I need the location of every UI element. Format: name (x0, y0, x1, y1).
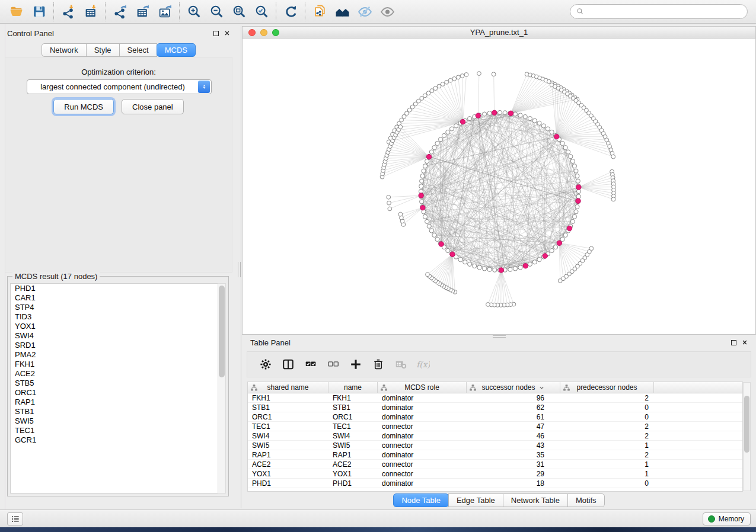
column-header-predecessor-nodes[interactable]: predecessor nodes (560, 382, 654, 393)
table-row[interactable]: FKH1FKH1dominator962 (248, 393, 742, 403)
mcds-result-item[interactable]: PMA2 (11, 350, 218, 360)
mcds-result-list[interactable]: PHD1CAR1STP4TID3YOX1SWI4SRD1PMA2FKH1ACE2… (10, 283, 218, 493)
table-tab-motifs[interactable]: Motifs (567, 493, 605, 507)
column-namespace-tree-icon (250, 384, 258, 392)
close-table-panel-icon[interactable] (742, 339, 748, 345)
search-input[interactable] (588, 7, 742, 16)
refresh-button[interactable] (279, 2, 302, 21)
table-panel-header: Table Panel (242, 336, 756, 348)
zoom-fit-button[interactable] (228, 2, 250, 21)
tab-style[interactable]: Style (86, 43, 120, 57)
save-session-button[interactable] (28, 2, 50, 21)
zoom-out-button[interactable] (205, 2, 228, 21)
status-bar: Memory (0, 509, 756, 527)
open-file-icon (9, 4, 24, 19)
mcds-result-item[interactable]: STB5 (11, 379, 218, 388)
open-file-button[interactable] (5, 2, 28, 21)
hide-selected-button[interactable] (353, 2, 376, 21)
mcds-result-item[interactable]: STB1 (11, 407, 218, 416)
table-cell: connector (378, 460, 467, 469)
mcds-result-item[interactable]: YOX1 (11, 322, 218, 331)
first-neighbors-houses-button[interactable] (331, 2, 353, 21)
export-table-icon (135, 4, 150, 19)
add-column-button[interactable] (344, 354, 367, 374)
table-cell: dominator (378, 479, 467, 488)
mcds-result-item[interactable]: STP4 (11, 303, 218, 312)
tab-mcds[interactable]: MCDS (157, 43, 196, 57)
mcds-result-item[interactable]: CAR1 (11, 293, 218, 303)
mcds-result-item[interactable]: GCR1 (11, 435, 218, 445)
memory-status-icon (708, 515, 715, 523)
memory-button[interactable]: Memory (703, 512, 751, 525)
network-canvas[interactable] (243, 39, 755, 334)
table-cell: 18 (467, 479, 560, 488)
optimization-criterion-select[interactable]: largest connected component (undirected) (27, 79, 212, 94)
select-all-rows-button[interactable] (299, 354, 322, 374)
column-header-shared-name[interactable]: shared name (248, 382, 328, 393)
delete-column-button[interactable] (367, 354, 390, 374)
network-title-bar[interactable]: YPA_prune.txt_1 (243, 27, 755, 39)
vertical-splitter[interactable] (237, 26, 242, 508)
column-header-successor-nodes[interactable]: successor nodes (467, 382, 560, 393)
table-mode-gear-button[interactable] (254, 354, 277, 374)
zoom-selected-button[interactable] (250, 2, 273, 21)
mcds-result-item[interactable]: FKH1 (11, 360, 218, 369)
table-row[interactable]: STB1STB1dominator620 (248, 403, 742, 412)
table-row[interactable]: SWI5SWI5connector431 (248, 441, 742, 450)
export-image-button[interactable] (154, 2, 176, 21)
export-table-button[interactable] (131, 2, 154, 21)
table-cell: 31 (467, 460, 560, 469)
share-document-button[interactable] (308, 2, 331, 21)
show-all-button[interactable] (376, 2, 398, 21)
mcds-result-item[interactable]: SWI4 (11, 331, 218, 341)
table-tab-node-table[interactable]: Node Table (393, 493, 449, 507)
mcds-list-scrollbar[interactable] (218, 283, 226, 493)
close-panel-icon[interactable] (224, 30, 230, 36)
float-panel-icon[interactable] (213, 31, 219, 36)
mcds-result-item[interactable]: PHD1 (11, 284, 218, 293)
control-panel-header: Control Panel (0, 26, 237, 40)
mcds-result-item[interactable]: SRD1 (11, 341, 218, 350)
zoom-in-button[interactable] (183, 2, 205, 21)
toolbar-group (179, 2, 276, 21)
node-table-scrollbar[interactable] (743, 382, 751, 491)
table-row[interactable]: ORC1ORC1dominator610 (248, 412, 742, 422)
deselect-all-rows-button[interactable] (322, 354, 344, 374)
table-row[interactable]: PHD1PHD1dominator180 (248, 479, 742, 488)
mcds-result-item[interactable]: ACE2 (11, 369, 218, 379)
import-table-button[interactable] (79, 2, 102, 21)
tab-network[interactable]: Network (42, 43, 87, 57)
table-cell: 35 (467, 450, 560, 459)
table-cell: STB1 (248, 403, 328, 412)
table-tab-network-table[interactable]: Network Table (503, 493, 568, 507)
first-neighbors-houses-icon (335, 4, 350, 19)
table-row[interactable]: YOX1YOX1connector291 (248, 469, 742, 479)
task-history-button[interactable] (7, 512, 23, 525)
float-table-panel-icon[interactable] (731, 340, 736, 345)
run-mcds-button[interactable]: Run MCDS (53, 99, 114, 114)
deselect-all-rows-icon (327, 358, 340, 371)
table-row[interactable]: TEC1TEC1connector472 (248, 422, 742, 431)
mcds-result-item[interactable]: SWI5 (11, 416, 218, 426)
close-panel-button[interactable]: Close panel (122, 99, 184, 114)
import-network-button[interactable] (57, 2, 79, 21)
table-row[interactable]: ACE2ACE2connector311 (248, 460, 742, 469)
export-network-button[interactable] (109, 2, 131, 21)
table-tab-edge-table[interactable]: Edge Table (448, 493, 503, 507)
node-table: shared namenameMCDS rolesuccessor nodesp… (247, 382, 743, 492)
show-columns-button[interactable] (277, 354, 299, 374)
table-cell: FKH1 (248, 393, 328, 402)
table-row[interactable]: RAP1RAP1dominator352 (248, 450, 742, 460)
table-panel-tabbar: Node TableEdge TableNetwork TableMotifs (242, 493, 756, 507)
mcds-result-item[interactable]: RAP1 (11, 398, 218, 407)
column-header-mcds-role[interactable]: MCDS role (378, 382, 467, 393)
mcds-result-item[interactable]: TID3 (11, 312, 218, 322)
table-cell: TEC1 (248, 422, 328, 431)
table-panel-title: Table Panel (250, 338, 291, 347)
mcds-result-item[interactable]: ORC1 (11, 388, 218, 398)
column-header-name[interactable]: name (328, 382, 378, 393)
table-cell: 29 (467, 469, 560, 478)
table-row[interactable]: SWI4SWI4dominator462 (248, 431, 742, 441)
mcds-result-item[interactable]: TEC1 (11, 426, 218, 435)
tab-select[interactable]: Select (119, 43, 157, 57)
